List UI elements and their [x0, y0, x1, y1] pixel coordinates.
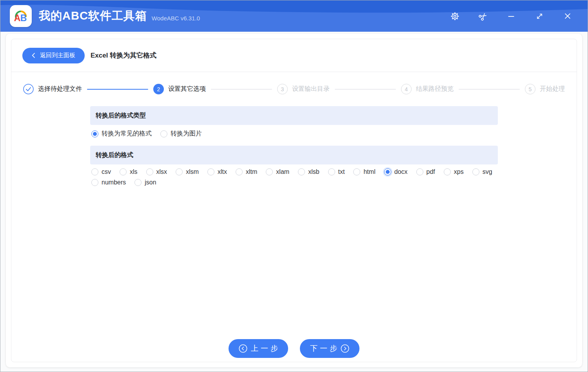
radio-xltx[interactable] — [207, 168, 214, 175]
option-csv[interactable]: csv — [91, 168, 111, 175]
radio-common-format[interactable] — [91, 130, 98, 137]
option-xlam[interactable]: xlam — [266, 168, 289, 175]
radio-numbers[interactable] — [91, 179, 98, 186]
settings-gear-icon[interactable] — [450, 11, 460, 21]
minimize-button[interactable] — [506, 11, 516, 21]
option-xlsx[interactable]: xlsx — [146, 168, 167, 175]
option-xlam-label: xlam — [276, 168, 289, 175]
radio-xlam[interactable] — [266, 168, 273, 175]
step-connector-4 — [459, 89, 520, 90]
step-4-number: 4 — [401, 84, 412, 94]
radio-xlsb[interactable] — [298, 168, 305, 175]
radio-csv[interactable] — [91, 168, 98, 175]
svg-text:A: A — [14, 13, 21, 23]
radio-xltm[interactable] — [236, 168, 243, 175]
step-5-start-processing: 5 开始处理 — [525, 84, 565, 94]
circled-chevron-right-icon — [341, 344, 349, 353]
option-csv-label: csv — [102, 168, 111, 175]
option-convert-to-image-label: 转换为图片 — [171, 130, 202, 138]
chevron-left-icon — [32, 52, 35, 58]
option-svg-label: svg — [483, 168, 492, 175]
option-numbers-label: numbers — [102, 179, 126, 186]
format-section-header: 转换后的格式 — [90, 146, 498, 164]
option-xltx[interactable]: xltx — [207, 168, 227, 175]
step-2-label: 设置其它选项 — [168, 85, 206, 93]
radio-txt[interactable] — [328, 168, 335, 175]
radio-xps[interactable] — [444, 168, 451, 175]
close-button[interactable] — [563, 11, 573, 21]
format-type-options: 转换为常见的格式 转换为图片 — [90, 125, 498, 146]
option-txt[interactable]: txt — [328, 168, 345, 175]
step-1-check-icon — [23, 84, 34, 94]
next-step-label: 下一步 — [310, 343, 339, 354]
option-numbers[interactable]: numbers — [91, 179, 126, 186]
option-html[interactable]: html — [353, 168, 375, 175]
step-indicator: 选择待处理文件 2 设置其它选项 3 设置输出目录 4 结果路径预览 — [11, 72, 577, 106]
step-2-number: 2 — [153, 84, 164, 94]
step-5-number: 5 — [525, 84, 535, 94]
option-xltm[interactable]: xltm — [236, 168, 257, 175]
circled-chevron-left-icon — [239, 344, 247, 353]
option-xlsm[interactable]: xlsm — [176, 168, 199, 175]
option-xps[interactable]: xps — [444, 168, 464, 175]
option-common-format[interactable]: 转换为常见的格式 — [91, 130, 152, 138]
main-panel: 返回到主面板 Excel 转换为其它格式 选择待处理文件 — [6, 34, 582, 367]
back-button-label: 返回到主面板 — [40, 52, 75, 59]
option-xlsb[interactable]: xlsb — [298, 168, 319, 175]
next-step-button[interactable]: 下一步 — [300, 339, 359, 358]
radio-convert-to-image[interactable] — [160, 130, 167, 137]
radio-pdf[interactable] — [416, 168, 423, 175]
option-xlsx-label: xlsx — [156, 168, 167, 175]
page-title: Excel 转换为其它格式 — [91, 51, 156, 60]
option-json[interactable]: json — [134, 179, 156, 186]
step-3-output-dir: 3 设置输出目录 — [277, 84, 330, 94]
option-html-label: html — [363, 168, 375, 175]
option-xlsm-label: xlsm — [186, 168, 199, 175]
radio-xlsx[interactable] — [146, 168, 153, 175]
radio-html[interactable] — [353, 168, 360, 175]
app-title: 我的ABC软件工具箱 — [39, 8, 147, 24]
step-1-label: 选择待处理文件 — [38, 85, 82, 93]
app-window: A B 我的ABC软件工具箱 WodeABC v6.31.0 — [0, 0, 588, 372]
option-xlsb-label: xlsb — [308, 168, 319, 175]
option-xps-label: xps — [454, 168, 464, 175]
maximize-button[interactable] — [534, 11, 544, 21]
wizard-content: 转换后的格式类型 转换为常见的格式 转换为图片 转换后的格式 — [90, 106, 498, 186]
window-controls — [450, 11, 578, 21]
option-docx[interactable]: docx — [384, 168, 408, 175]
step-4-label: 结果路径预览 — [416, 85, 454, 93]
step-1-select-files: 选择待处理文件 — [23, 84, 82, 94]
step-connector-1 — [87, 89, 148, 90]
format-options: csv xls xlsx xlsm xltx xltm xlam xlsb tx… — [90, 164, 498, 186]
radio-xlsm[interactable] — [176, 168, 183, 175]
option-pdf[interactable]: pdf — [416, 168, 435, 175]
back-to-dashboard-button[interactable]: 返回到主面板 — [22, 48, 85, 63]
svg-text:B: B — [20, 13, 27, 23]
step-5-label: 开始处理 — [540, 85, 565, 93]
radio-docx[interactable] — [384, 168, 391, 175]
app-logo: A B — [10, 5, 32, 27]
step-3-number: 3 — [277, 84, 288, 94]
format-type-section-title: 转换后的格式类型 — [96, 112, 146, 120]
wizard-header: 返回到主面板 Excel 转换为其它格式 — [11, 39, 577, 72]
option-svg[interactable]: svg — [472, 168, 492, 175]
step-connector-2 — [211, 89, 272, 90]
option-xls[interactable]: xls — [120, 168, 138, 175]
format-type-section-header: 转换后的格式类型 — [90, 106, 498, 125]
screenshot-scissors-icon[interactable] — [478, 11, 488, 21]
prev-step-button[interactable]: 上一步 — [229, 339, 288, 358]
step-connector-3 — [335, 89, 396, 90]
option-xltm-label: xltm — [246, 168, 257, 175]
titlebar: A B 我的ABC软件工具箱 WodeABC v6.31.0 — [0, 0, 588, 32]
wizard-panel: 返回到主面板 Excel 转换为其它格式 选择待处理文件 — [11, 39, 577, 362]
step-4-result-preview: 4 结果路径预览 — [401, 84, 454, 94]
radio-svg[interactable] — [472, 168, 479, 175]
step-3-label: 设置输出目录 — [292, 85, 330, 93]
radio-xls[interactable] — [120, 168, 127, 175]
option-convert-to-image[interactable]: 转换为图片 — [160, 130, 202, 138]
option-xls-label: xls — [130, 168, 138, 175]
option-pdf-label: pdf — [426, 168, 435, 175]
option-common-format-label: 转换为常见的格式 — [102, 130, 152, 138]
radio-json[interactable] — [134, 179, 142, 186]
app-version: WodeABC v6.31.0 — [152, 15, 200, 22]
